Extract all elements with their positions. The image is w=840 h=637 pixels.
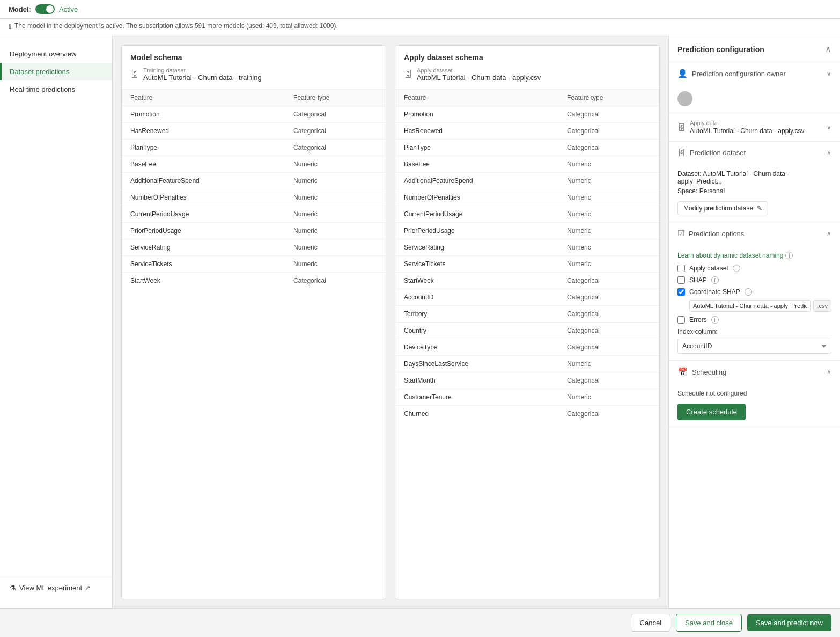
type-cell: Numeric bbox=[558, 173, 659, 189]
table-row: StartWeekCategorical bbox=[122, 273, 386, 289]
apply-schema-header: Apply dataset schema 🗄 Apply dataset Aut… bbox=[395, 46, 659, 90]
table-row: BaseFeeNumeric bbox=[395, 156, 659, 173]
owner-section-title: Prediction configuration owner bbox=[692, 70, 786, 78]
type-cell: Categorical bbox=[285, 106, 386, 123]
model-dataset-info: 🗄 Training dataset AutoML Tutorial - Chu… bbox=[130, 67, 377, 82]
view-experiment-link[interactable]: ⚗ View ML experiment ↗ bbox=[10, 584, 103, 592]
sidebar-item-deployment-overview[interactable]: Deployment overview bbox=[0, 45, 112, 63]
save-close-button[interactable]: Save and close bbox=[676, 614, 742, 632]
table-row: BaseFeeNumeric bbox=[122, 156, 386, 173]
info-icon-learn: i bbox=[785, 252, 793, 259]
feature-cell: Churned bbox=[395, 406, 558, 422]
scheduling-chevron: ∧ bbox=[827, 368, 831, 376]
table-row: CurrentPeriodUsageNumeric bbox=[395, 206, 659, 223]
model-type-col-header: Feature type bbox=[285, 90, 386, 106]
prediction-options-left: ☑ Prediction options bbox=[677, 229, 744, 238]
type-cell: Categorical bbox=[558, 123, 659, 140]
table-row: ServiceTicketsNumeric bbox=[395, 256, 659, 273]
shap-extension: .csv bbox=[813, 300, 831, 312]
prediction-dataset-header[interactable]: 🗄 Prediction dataset ∧ bbox=[669, 142, 840, 164]
model-dataset-label: Training dataset bbox=[143, 67, 262, 74]
cancel-button[interactable]: Cancel bbox=[631, 614, 670, 632]
type-cell: Categorical bbox=[558, 372, 659, 389]
owner-section-header[interactable]: 👤 Prediction configuration owner ∨ bbox=[669, 62, 840, 85]
create-schedule-button[interactable]: Create schedule bbox=[677, 404, 746, 420]
apply-dataset-checkbox-row: Apply dataset i bbox=[677, 265, 831, 272]
table-row: ServiceRatingNumeric bbox=[122, 239, 386, 256]
type-cell: Categorical bbox=[285, 273, 386, 289]
save-predict-button[interactable]: Save and predict now bbox=[747, 614, 831, 631]
model-schema-panel: Model schema 🗄 Training dataset AutoML T… bbox=[121, 45, 386, 599]
apply-schema-table: Feature Feature type PromotionCategorica… bbox=[395, 90, 659, 422]
scheduling-section-header[interactable]: 📅 Scheduling ∧ bbox=[669, 361, 840, 383]
type-cell: Categorical bbox=[558, 106, 659, 123]
pred-dataset-text: Dataset: AutoML Tutorial - Churn data - … bbox=[677, 170, 831, 185]
type-cell: Numeric bbox=[558, 256, 659, 273]
feature-cell: BaseFee bbox=[395, 156, 558, 173]
prediction-options-header[interactable]: ☑ Prediction options ∧ bbox=[669, 222, 840, 245]
model-dataset-name: AutoML Tutorial - Churn data - training bbox=[143, 74, 262, 82]
model-schema-header: Model schema 🗄 Training dataset AutoML T… bbox=[122, 46, 386, 90]
table-row: CountryCategorical bbox=[395, 323, 659, 339]
table-row: CustomerTenureNumeric bbox=[395, 389, 659, 406]
person-icon: 👤 bbox=[677, 69, 688, 78]
external-link-icon: ↗ bbox=[85, 584, 90, 591]
learn-link[interactable]: Learn about dynamic dataset naming i bbox=[677, 252, 793, 259]
modify-prediction-dataset-button[interactable]: Modify prediction dataset ✎ bbox=[677, 201, 768, 215]
right-panel-header: Prediction configuration ∧ bbox=[669, 36, 840, 62]
shap-input-row: .csv bbox=[689, 300, 831, 312]
type-cell: Numeric bbox=[285, 239, 386, 256]
info-icon: ℹ bbox=[9, 23, 11, 31]
shap-filename-input[interactable] bbox=[689, 300, 811, 312]
feature-cell: Country bbox=[395, 323, 558, 339]
prediction-dataset-title: Prediction dataset bbox=[690, 149, 746, 157]
table-row: HasRenewedCategorical bbox=[395, 123, 659, 140]
sidebar-item-real-time-predictions[interactable]: Real-time predictions bbox=[0, 80, 112, 98]
feature-cell: DaysSinceLastService bbox=[395, 356, 558, 372]
footer: Cancel Save and close Save and predict n… bbox=[0, 608, 840, 637]
owner-chevron: ∨ bbox=[827, 70, 831, 77]
options-icon: ☑ bbox=[677, 229, 684, 238]
table-row: PriorPeriodUsageNumeric bbox=[395, 223, 659, 239]
database-icon: 🗄 bbox=[130, 70, 139, 79]
scheduling-content: Schedule not configured Create schedule bbox=[669, 383, 840, 427]
type-cell: Numeric bbox=[285, 189, 386, 206]
prediction-options-title: Prediction options bbox=[689, 230, 744, 238]
apply-schema-title: Apply dataset schema bbox=[404, 53, 651, 62]
table-row: StartWeekCategorical bbox=[395, 273, 659, 289]
collapse-icon[interactable]: ∧ bbox=[825, 44, 831, 54]
info-bar: ℹ The model in the deployment is active.… bbox=[0, 19, 840, 36]
errors-checkbox[interactable] bbox=[677, 316, 685, 324]
type-cell: Categorical bbox=[558, 339, 659, 356]
index-column-select[interactable]: AccountID bbox=[677, 339, 831, 354]
type-cell: Numeric bbox=[558, 206, 659, 223]
learn-link-text: Learn about dynamic dataset naming bbox=[677, 252, 783, 259]
model-toggle[interactable] bbox=[35, 4, 55, 14]
type-cell: Numeric bbox=[558, 156, 659, 173]
flask-icon: ⚗ bbox=[10, 584, 16, 592]
feature-cell: Promotion bbox=[122, 106, 285, 123]
feature-cell: StartWeek bbox=[122, 273, 285, 289]
toggle-knob bbox=[46, 5, 54, 13]
apply-data-section-header[interactable]: 🗄 Apply data AutoML Tutorial - Churn dat… bbox=[669, 113, 840, 141]
table-row: NumberOfPenaltiesNumeric bbox=[122, 189, 386, 206]
table-row: NumberOfPenaltiesNumeric bbox=[395, 189, 659, 206]
table-row: PriorPeriodUsageNumeric bbox=[122, 223, 386, 239]
pred-dataset-icon: 🗄 bbox=[677, 148, 686, 157]
type-cell: Numeric bbox=[285, 173, 386, 189]
table-row: PromotionCategorical bbox=[395, 106, 659, 123]
pred-space-text: Space: Personal bbox=[677, 187, 831, 195]
coordinate-shap-checkbox[interactable] bbox=[677, 288, 685, 296]
apply-dataset-checkbox[interactable] bbox=[677, 265, 685, 272]
active-label: Active bbox=[59, 5, 78, 13]
apply-dataset-info-icon: i bbox=[733, 265, 740, 272]
sidebar-item-dataset-predictions[interactable]: Dataset predictions bbox=[0, 63, 112, 80]
apply-dataset-info: 🗄 Apply dataset AutoML Tutorial - Churn … bbox=[404, 67, 651, 82]
schedule-status: Schedule not configured bbox=[677, 390, 831, 397]
coordinate-shap-checkbox-row: Coordinate SHAP i bbox=[677, 288, 831, 296]
shap-checkbox[interactable] bbox=[677, 276, 685, 284]
sidebar: Deployment overview Dataset predictions … bbox=[0, 36, 113, 608]
prediction-options-content: Learn about dynamic dataset naming i App… bbox=[669, 245, 840, 360]
avatar bbox=[677, 91, 692, 106]
owner-section: 👤 Prediction configuration owner ∨ bbox=[669, 62, 840, 113]
